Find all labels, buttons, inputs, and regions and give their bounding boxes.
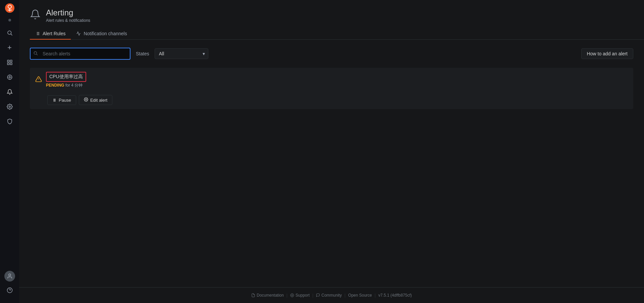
search-box — [30, 48, 130, 60]
footer-sep-3: | — [344, 293, 345, 298]
svg-point-16 — [9, 106, 10, 108]
svg-rect-9 — [10, 63, 12, 65]
sidebar-item-create[interactable]: + — [3, 41, 16, 54]
footer-sep-2: | — [312, 293, 313, 298]
edit-alert-button[interactable]: Edit alert — [79, 95, 112, 105]
page-header-text: Alerting Alert rules & notifications — [46, 8, 90, 23]
sidebar-item-configuration[interactable] — [3, 100, 16, 113]
svg-line-5 — [11, 34, 12, 35]
alert-duration: for 4 分钟 — [65, 83, 83, 88]
alerting-icon — [30, 9, 41, 22]
pause-label: Pause — [59, 98, 71, 103]
sidebar-item-dashboards[interactable] — [3, 56, 16, 69]
alert-item-header: CPU使用率过高 PENDING for 4 分钟 — [30, 68, 633, 92]
documentation-label: Documentation — [257, 293, 284, 298]
community-icon — [316, 293, 320, 297]
footer-open-source-link[interactable]: Open Source — [348, 293, 372, 298]
alert-name-box: CPU使用率过高 — [46, 72, 86, 82]
content-area: States All OK Alerting Pending No Data P… — [19, 40, 644, 171]
footer: Documentation | Support | Community | Op… — [19, 287, 644, 303]
user-avatar[interactable] — [4, 271, 15, 282]
support-label: Support — [296, 293, 310, 298]
sidebar-item-help[interactable] — [3, 284, 16, 297]
grafana-logo[interactable] — [4, 3, 15, 13]
page-title: Alerting — [46, 8, 90, 17]
pause-icon: ⏸ — [52, 98, 57, 103]
list-icon — [35, 31, 40, 36]
svg-point-30 — [86, 99, 87, 100]
svg-line-27 — [37, 54, 38, 55]
sidebar: + — [0, 0, 19, 303]
main-content: Alerting Alert rules & notifications Ale… — [19, 0, 644, 303]
page-header: Alerting Alert rules & notifications — [19, 0, 644, 23]
alert-item: CPU使用率过高 PENDING for 4 分钟 ⏸ Pause — [30, 68, 633, 109]
svg-rect-8 — [7, 63, 9, 65]
sidebar-item-explore[interactable] — [3, 70, 16, 84]
svg-rect-7 — [10, 60, 12, 62]
svg-point-32 — [291, 295, 293, 296]
sidebar-item-shield[interactable] — [3, 115, 16, 128]
alert-pending-label: PENDING — [46, 83, 64, 88]
sidebar-bottom — [3, 271, 16, 300]
content-spacer — [19, 171, 644, 287]
svg-point-31 — [290, 294, 294, 297]
svg-point-17 — [9, 274, 11, 276]
edit-label: Edit alert — [90, 98, 107, 103]
footer-support-link[interactable]: Support — [290, 293, 310, 298]
filter-bar: States All OK Alerting Pending No Data P… — [30, 48, 633, 60]
states-select-wrap: All OK Alerting Pending No Data Paused — [155, 48, 208, 59]
page-subtitle: Alert rules & notifications — [46, 18, 90, 23]
alert-status: PENDING for 4 分钟 — [46, 83, 86, 88]
community-label: Community — [321, 293, 342, 298]
alert-info: CPU使用率过高 PENDING for 4 分钟 — [46, 72, 86, 88]
alert-name: CPU使用率过高 — [49, 74, 83, 79]
svg-point-4 — [8, 31, 11, 35]
alert-actions: ⏸ Pause Edit alert — [30, 92, 633, 109]
edit-icon — [84, 97, 88, 103]
svg-point-11 — [9, 77, 10, 78]
pause-button[interactable]: ⏸ Pause — [47, 95, 76, 105]
tab-notification-channels[interactable]: Notification channels — [71, 28, 132, 40]
svg-point-26 — [34, 52, 37, 54]
open-source-label: Open Source — [348, 293, 372, 298]
sidebar-indicator — [8, 19, 11, 21]
support-icon — [290, 293, 294, 297]
footer-documentation-link[interactable]: Documentation — [251, 293, 284, 298]
search-icon — [33, 51, 38, 57]
page: Alerting Alert rules & notifications Ale… — [19, 0, 644, 303]
svg-rect-6 — [7, 60, 9, 62]
footer-sep-4: | — [375, 293, 376, 298]
warning-icon — [35, 76, 42, 84]
footer-sep-1: | — [286, 293, 287, 298]
tab-notification-channels-label: Notification channels — [84, 31, 127, 36]
how-to-add-alert-button[interactable]: How to add an alert — [581, 48, 633, 59]
sidebar-item-alerting[interactable] — [3, 85, 16, 99]
states-select[interactable]: All OK Alerting Pending No Data Paused — [155, 48, 208, 59]
channels-icon — [76, 31, 81, 36]
tab-alert-rules-label: Alert Rules — [43, 31, 65, 36]
states-label: States — [136, 51, 149, 56]
tabs-bar: Alert Rules Notification channels — [30, 28, 644, 40]
search-alerts-input[interactable] — [30, 48, 130, 60]
footer-community-link[interactable]: Community — [316, 293, 342, 298]
sidebar-item-search[interactable] — [3, 26, 16, 40]
tab-alert-rules[interactable]: Alert Rules — [30, 28, 71, 40]
alert-list: CPU使用率过高 PENDING for 4 分钟 ⏸ Pause — [30, 68, 633, 109]
version-label: v7.5.1 (4dffb875cf) — [378, 293, 412, 298]
document-icon — [251, 293, 255, 297]
